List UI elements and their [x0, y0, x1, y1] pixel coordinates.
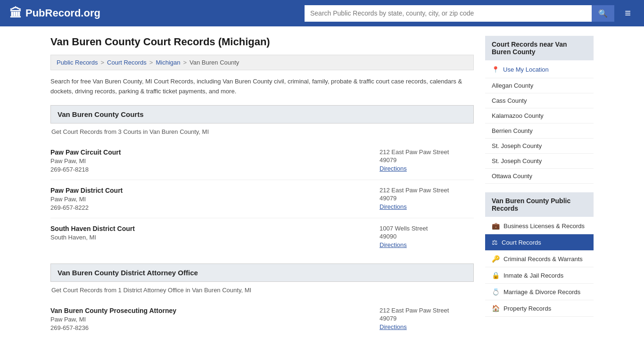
- da-address-0-2: 49079: [380, 315, 474, 322]
- main-container: Van Buren County Court Records (Michigan…: [39, 26, 605, 356]
- content-area: Van Buren County Court Records (Michigan…: [50, 36, 474, 346]
- sidebar-record-label-4: Marriage & Divorce Records: [504, 288, 580, 296]
- court-entry-2: South Haven District Court South Haven, …: [50, 218, 474, 255]
- breadcrumb-sep-2: >: [149, 59, 153, 66]
- sidebar-nearby-title: Court Records near Van Buren County: [485, 36, 594, 60]
- court-left-2: South Haven District Court South Haven, …: [50, 225, 380, 248]
- court-name-0: Paw Paw Circuit Court: [50, 148, 380, 156]
- business-icon: 💼: [492, 222, 500, 230]
- da-left-0: Van Buren County Prosecuting Attorney Pa…: [50, 307, 380, 331]
- sidebar: Court Records near Van Buren County 📍 Us…: [485, 36, 594, 346]
- sidebar-record-4[interactable]: 💍 Marriage & Divorce Records: [485, 284, 594, 300]
- sidebar-use-location[interactable]: 📍 Use My Location: [485, 61, 594, 78]
- court-address-0-1: 212 East Paw Paw Street: [380, 148, 474, 156]
- court-city-0: Paw Paw, MI: [50, 157, 380, 165]
- court-address-1-2: 49079: [380, 195, 474, 202]
- court-phone-1: 269-657-8222: [50, 204, 380, 211]
- search-icon: 🔍: [598, 9, 608, 17]
- court-right-2: 1007 Wells Street 49090 Directions: [380, 225, 474, 248]
- inmate-icon: 🔒: [492, 272, 500, 279]
- breadcrumb-court-records[interactable]: Court Records: [107, 59, 147, 66]
- header-search-area: 🔍 ≡: [305, 5, 635, 22]
- search-input[interactable]: [305, 5, 592, 22]
- sidebar-record-label-2: Criminal Records & Warrants: [504, 255, 583, 263]
- sidebar-record-label-3: Inmate & Jail Records: [504, 272, 563, 279]
- da-section-header: Van Buren County District Attorney Offic…: [50, 263, 474, 282]
- directions-link-0[interactable]: Directions: [380, 165, 407, 172]
- directions-link-1[interactable]: Directions: [380, 203, 407, 210]
- menu-button[interactable]: ≡: [621, 5, 635, 21]
- da-address-0-1: 212 East Paw Paw Street: [380, 307, 474, 314]
- logo-icon: 🏛: [9, 6, 22, 21]
- breadcrumb-michigan[interactable]: Michigan: [156, 59, 180, 66]
- da-entry-0: Van Buren County Prosecuting Attorney Pa…: [50, 300, 474, 338]
- sidebar-record-0[interactable]: 💼 Business Licenses & Records: [485, 218, 594, 234]
- breadcrumb: Public Records > Court Records > Michiga…: [50, 55, 474, 70]
- da-directions-link-0[interactable]: Directions: [380, 323, 407, 330]
- directions-link-2[interactable]: Directions: [380, 241, 407, 248]
- court-right-0: 212 East Paw Paw Street 49079 Directions: [380, 148, 474, 173]
- sidebar-county-0[interactable]: Allegan County: [485, 78, 594, 93]
- search-bar: 🔍: [305, 5, 614, 22]
- court-name-2: South Haven District Court: [50, 225, 380, 232]
- court-address-2-2: 49090: [380, 233, 474, 240]
- court-icon: ⚖: [492, 239, 498, 246]
- breadcrumb-public-records[interactable]: Public Records: [57, 59, 98, 66]
- site-header: 🏛 PubRecord.org 🔍 ≡: [0, 0, 644, 26]
- da-section-subtext: Get Court Records from 1 District Attorn…: [50, 287, 474, 294]
- search-button[interactable]: 🔍: [592, 5, 614, 22]
- court-address-1-1: 212 East Paw Paw Street: [380, 187, 474, 194]
- courts-section: Van Buren County Courts Get Court Record…: [50, 105, 474, 255]
- court-phone-0: 269-657-8218: [50, 166, 380, 173]
- marriage-icon: 💍: [492, 288, 500, 296]
- criminal-icon: 🔑: [492, 255, 500, 263]
- sidebar-county-5[interactable]: St. Joseph County: [485, 154, 594, 169]
- sidebar-county-3[interactable]: Berrien County: [485, 123, 594, 139]
- court-right-1: 212 East Paw Paw Street 49079 Directions: [380, 187, 474, 211]
- court-entry-0: Paw Paw Circuit Court Paw Paw, MI 269-65…: [50, 142, 474, 180]
- court-left-0: Paw Paw Circuit Court Paw Paw, MI 269-65…: [50, 148, 380, 173]
- sidebar-record-2[interactable]: 🔑 Criminal Records & Warrants: [485, 251, 594, 267]
- sidebar-use-location-label: Use My Location: [503, 66, 549, 73]
- page-description: Search for free Van Buren County, MI Cou…: [50, 77, 474, 97]
- da-right-0: 212 East Paw Paw Street 49079 Directions: [380, 307, 474, 331]
- page-title: Van Buren County Court Records (Michigan…: [50, 36, 474, 48]
- location-pin-icon: 📍: [492, 66, 499, 73]
- sidebar-record-1[interactable]: ⚖ Court Records: [485, 234, 594, 251]
- sidebar-county-4[interactable]: St. Joseph County: [485, 139, 594, 154]
- logo[interactable]: 🏛 PubRecord.org: [9, 6, 100, 21]
- sidebar-record-label-5: Property Records: [504, 305, 551, 312]
- sidebar-county-1[interactable]: Cass County: [485, 93, 594, 108]
- breadcrumb-sep-1: >: [100, 59, 104, 66]
- court-name-1: Paw Paw District Court: [50, 187, 380, 194]
- breadcrumb-sep-3: >: [183, 59, 187, 66]
- da-name-0: Van Buren County Prosecuting Attorney: [50, 307, 380, 314]
- hamburger-icon: ≡: [625, 7, 631, 19]
- da-city-0: Paw Paw, MI: [50, 316, 380, 323]
- sidebar-record-label-1: Court Records: [502, 239, 541, 246]
- sidebar-public-records-title: Van Buren County Public Records: [485, 192, 594, 217]
- breadcrumb-current: Van Buren County: [190, 59, 239, 66]
- court-city-1: Paw Paw, MI: [50, 196, 380, 203]
- logo-text: PubRecord.org: [25, 7, 100, 19]
- court-address-0-2: 49079: [380, 156, 474, 164]
- sidebar-record-3[interactable]: 🔒 Inmate & Jail Records: [485, 267, 594, 284]
- court-city-2: South Haven, MI: [50, 234, 380, 241]
- courts-section-header: Van Buren County Courts: [50, 105, 474, 123]
- da-section: Van Buren County District Attorney Offic…: [50, 263, 474, 338]
- court-address-2-1: 1007 Wells Street: [380, 225, 474, 232]
- courts-section-subtext: Get Court Records from 3 Courts in Van B…: [50, 128, 474, 135]
- property-icon: 🏠: [492, 304, 500, 312]
- da-phone-0: 269-657-8236: [50, 324, 380, 331]
- sidebar-county-2[interactable]: Kalamazoo County: [485, 108, 594, 123]
- sidebar-public-records: Van Buren County Public Records 💼 Busine…: [485, 192, 594, 317]
- court-entry-1: Paw Paw District Court Paw Paw, MI 269-6…: [50, 180, 474, 218]
- court-left-1: Paw Paw District Court Paw Paw, MI 269-6…: [50, 187, 380, 211]
- sidebar-record-label-0: Business Licenses & Records: [504, 222, 585, 230]
- sidebar-record-5[interactable]: 🏠 Property Records: [485, 300, 594, 317]
- sidebar-county-6[interactable]: Ottawa County: [485, 169, 594, 184]
